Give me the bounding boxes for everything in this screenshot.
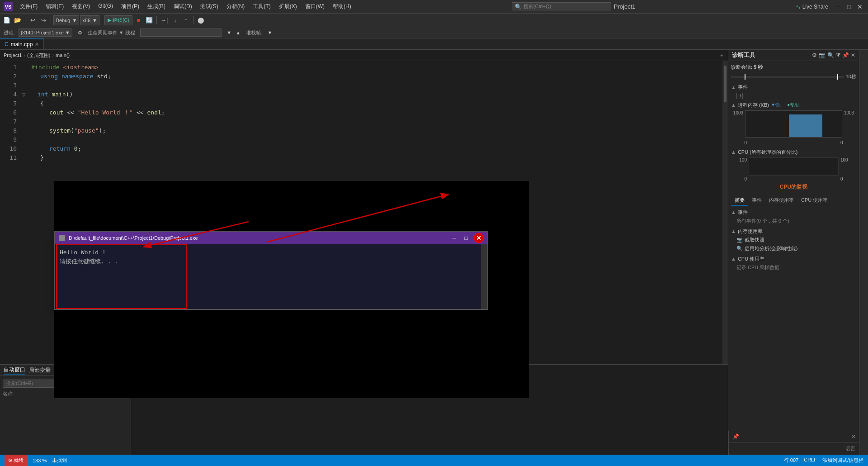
fold-4[interactable]: ▽ xyxy=(20,90,28,99)
diag-camera-btn[interactable]: 📷 xyxy=(819,52,826,58)
menu-build[interactable]: 生成(B) xyxy=(144,2,169,11)
diag-pin-btn[interactable]: 📌 xyxy=(842,52,849,58)
diagnostics-header: 诊断工具 ⚙ 📷 🔍 ⧩ 📌 ✕ xyxy=(728,50,859,61)
menu-view[interactable]: 视图(V) xyxy=(68,2,94,11)
heap-analysis-row: 🔍 启用堆分析(会影响性能) xyxy=(731,245,856,252)
stop-button[interactable]: ■ xyxy=(133,15,143,25)
menu-project[interactable]: 项目(P) xyxy=(118,2,143,11)
cpu-chart xyxy=(749,157,839,176)
no-issues-label[interactable]: 未找到 xyxy=(52,457,67,464)
open-folder-button[interactable]: 📂 xyxy=(13,15,23,25)
menu-debug[interactable]: 调试(D) xyxy=(170,2,196,11)
kw-using: using xyxy=(40,72,58,81)
menu-extensions[interactable]: 扩展(X) xyxy=(275,2,301,11)
console-close-btn[interactable]: ✕ xyxy=(474,233,484,243)
menu-file[interactable]: 文件(F) xyxy=(16,2,41,11)
tb-sep3 xyxy=(102,16,102,24)
diag-filter-btn[interactable]: ⧩ xyxy=(836,52,840,58)
debug-config-dropdown[interactable]: Debug ▼ xyxy=(53,15,79,25)
restart-button[interactable]: 🔄 xyxy=(144,15,154,25)
tab-main-cpp[interactable]: C main.cpp ✕ xyxy=(0,38,44,49)
menu-analyze[interactable]: 分析(N) xyxy=(223,2,249,11)
breadcrumb-project[interactable]: Project1 xyxy=(4,52,22,58)
breadcrumb-bar: Project1 › (全局范围) › main() ＋ xyxy=(0,50,728,61)
code-line-1: #include <iostream> xyxy=(31,63,728,72)
debug-info-button[interactable]: ⚙ xyxy=(76,29,84,37)
platform-dropdown[interactable]: x86 ▼ xyxy=(80,15,99,25)
live-share-label: Live Share xyxy=(802,4,828,10)
step-over-button[interactable]: →| xyxy=(159,15,169,25)
menu-window[interactable]: 窗口(W) xyxy=(302,2,328,11)
vertical-tab[interactable]: | xyxy=(860,52,868,57)
tb-sep1 xyxy=(25,16,25,24)
cpu-min-val: 0 xyxy=(731,176,747,181)
restore-button[interactable]: □ xyxy=(844,2,854,11)
diag-close-btn[interactable]: ✕ xyxy=(851,52,855,58)
redo-button[interactable]: ↪ xyxy=(38,15,48,25)
search-bar[interactable]: 🔍 搜索(Ctrl+Q) xyxy=(512,2,611,11)
live-share-button[interactable]: ⇆ Live Share xyxy=(793,3,832,11)
close-diag-btn[interactable]: ✕ xyxy=(851,433,856,440)
expand-button[interactable]: ▲ xyxy=(234,29,242,37)
events-pause-btn[interactable]: ⏸ xyxy=(736,93,743,99)
position-label: 行 007 xyxy=(784,457,798,464)
console-restore-btn[interactable]: □ xyxy=(462,234,470,242)
filter-button[interactable]: ▼ xyxy=(225,29,233,37)
cpu-usage-label: CPU 使用率 xyxy=(738,256,764,262)
callstack-expand[interactable]: ▼ xyxy=(266,29,274,37)
menu-test[interactable]: 测试(S) xyxy=(197,2,222,11)
thread-filter-buttons: ▼ ▲ xyxy=(225,29,242,37)
diag-tab-cpu[interactable]: CPU 使用率 xyxy=(797,195,831,206)
breadcrumb-scope[interactable]: (全局范围) xyxy=(27,52,50,59)
breadcrumb-symbol[interactable]: main() xyxy=(56,52,70,58)
console-line-1: Hello World ! xyxy=(60,248,483,257)
minimize-button[interactable]: ─ xyxy=(834,2,843,11)
menu-help[interactable]: 帮助(H) xyxy=(329,2,355,11)
timeline-slider[interactable] xyxy=(731,76,844,78)
summary-events-title: ▲ 事件 xyxy=(731,209,856,216)
console-minimize-btn[interactable]: ─ xyxy=(450,234,458,242)
diag-tab-events[interactable]: 事件 xyxy=(748,195,765,206)
menu-git[interactable]: Git(G) xyxy=(94,2,117,11)
cpu-record-label[interactable]: 记录 CPU 采样数据 xyxy=(731,264,856,271)
line-num-11: 11 xyxy=(0,153,17,162)
process-dropdown[interactable]: [3140] Project1.exe ▼ xyxy=(19,29,72,37)
diag-settings-btn[interactable]: ⚙ xyxy=(812,52,817,58)
add-item-label[interactable]: 添加到调试/信息栏 xyxy=(822,457,863,464)
tab-auto-window[interactable]: 自动窗口 xyxy=(4,366,25,375)
breakpoint-button[interactable]: ⬤ xyxy=(196,15,206,25)
tab-local-vars[interactable]: 局部变量 xyxy=(29,366,51,374)
heap-analysis-label[interactable]: 启用堆分析(会影响性能) xyxy=(745,245,797,252)
menu-edit[interactable]: 编辑(E) xyxy=(42,2,67,11)
timeline-container: 10秒 xyxy=(731,73,856,80)
capture-snapshot-label[interactable]: 截取快照 xyxy=(745,237,764,243)
add-editor-btn[interactable]: ＋ xyxy=(719,52,724,59)
diag-tab-memory[interactable]: 内存使用率 xyxy=(765,195,797,206)
step-into-button[interactable]: ↓ xyxy=(170,15,180,25)
menu-tools[interactable]: 工具(T) xyxy=(249,2,274,11)
fn-endl: endl xyxy=(147,108,161,117)
console-titlebar: D:\default_file\document\C++\Project1\De… xyxy=(55,232,487,244)
diag-search-btn[interactable]: 🔍 xyxy=(827,52,834,58)
timeline-thumb-right xyxy=(837,74,838,80)
tab-close-button[interactable]: ✕ xyxy=(35,42,39,48)
new-file-button[interactable]: 📄 xyxy=(2,15,12,25)
close-button[interactable]: ✕ xyxy=(855,2,864,11)
camera-icon2: 📷 xyxy=(736,237,743,243)
vs-logo: VS xyxy=(4,2,13,11)
diag-tab-summary[interactable]: 摘要 xyxy=(731,195,748,206)
continue-button[interactable]: ▶ 继续(C) xyxy=(104,15,132,25)
console-window[interactable]: D:\default_file\document\C++\Project1\De… xyxy=(54,231,488,310)
undo-button[interactable]: ↩ xyxy=(28,15,38,25)
editor-scrollbar[interactable] xyxy=(722,61,728,364)
console-scrollbar[interactable] xyxy=(481,244,487,309)
breadcrumb-sep1: › xyxy=(24,52,25,58)
cpu-monitor-label: CPU的监视 xyxy=(731,183,856,191)
status-right-items: 行 007 CRLF 添加到调试/信息栏 xyxy=(784,457,863,464)
error-status-btn[interactable]: ⊗ 就绪 xyxy=(5,455,27,466)
fold-icon: ▽ xyxy=(22,92,26,97)
pin-icon: 📌 xyxy=(732,433,739,440)
step-out-button[interactable]: ↑ xyxy=(181,15,191,25)
zoom-level[interactable]: 133 % xyxy=(33,458,47,463)
thread-input[interactable] xyxy=(140,29,222,37)
